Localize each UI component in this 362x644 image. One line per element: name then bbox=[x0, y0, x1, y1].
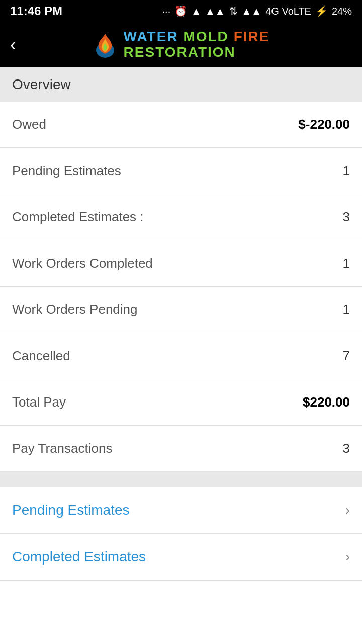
back-button[interactable]: ‹ bbox=[10, 34, 16, 55]
signal-icon: ▲▲ bbox=[205, 6, 225, 17]
status-time: 11:46 PM bbox=[10, 4, 62, 18]
water-text: WATER bbox=[124, 29, 184, 44]
completed-estimates-label: Completed Estimates : bbox=[12, 209, 144, 225]
app-logo: WATER MOLD FIRE RESTORATION bbox=[93, 29, 270, 60]
owed-label: Owed bbox=[12, 117, 46, 132]
logo-line2: RESTORATION bbox=[124, 45, 270, 60]
pending-estimates-label: Pending Estimates bbox=[12, 163, 121, 179]
logo-line1: WATER MOLD FIRE bbox=[124, 29, 270, 45]
pay-transactions-value: 3 bbox=[343, 441, 350, 456]
data-icon: ⇅ bbox=[229, 5, 238, 17]
row-cancelled: Cancelled 7 bbox=[0, 333, 362, 379]
total-pay-label: Total Pay bbox=[12, 394, 66, 410]
app-header: ‹ WATER MOLD FIRE RESTORATION bbox=[0, 22, 362, 67]
work-orders-pending-label: Work Orders Pending bbox=[12, 302, 138, 317]
mold-text: MOLD bbox=[183, 29, 233, 44]
logo-text: WATER MOLD FIRE RESTORATION bbox=[124, 29, 270, 60]
lightning-icon: ⚡ bbox=[315, 5, 328, 17]
cancelled-label: Cancelled bbox=[12, 348, 70, 364]
work-orders-completed-value: 1 bbox=[343, 256, 350, 271]
work-orders-completed-label: Work Orders Completed bbox=[12, 256, 153, 271]
dots-icon: ··· bbox=[162, 6, 171, 17]
row-completed-estimates: Completed Estimates : 3 bbox=[0, 194, 362, 240]
pending-estimates-value: 1 bbox=[343, 163, 350, 179]
row-owed: Owed $-220.00 bbox=[0, 102, 362, 148]
status-icons: ··· ⏰ ▲ ▲▲ ⇅ ▲▲ 4G VoLTE ⚡ 24% bbox=[162, 5, 352, 17]
overview-rows: Owed $-220.00 Pending Estimates 1 Comple… bbox=[0, 102, 362, 472]
wifi-icon: ▲ bbox=[191, 6, 201, 17]
total-pay-value: $220.00 bbox=[303, 394, 350, 410]
owed-value: $-220.00 bbox=[298, 117, 350, 132]
work-orders-pending-value: 1 bbox=[343, 302, 350, 317]
row-pending-estimates: Pending Estimates 1 bbox=[0, 148, 362, 194]
row-work-orders-pending: Work Orders Pending 1 bbox=[0, 287, 362, 333]
signal2-icon: ▲▲ bbox=[242, 6, 262, 17]
battery-label: 24% bbox=[332, 6, 352, 17]
fire-text: FIRE bbox=[234, 29, 270, 44]
pay-transactions-label: Pay Transactions bbox=[12, 441, 112, 456]
nav-completed-estimates-label: Completed Estimates bbox=[12, 549, 146, 565]
completed-estimates-value: 3 bbox=[343, 209, 350, 225]
row-pay-transactions: Pay Transactions 3 bbox=[0, 426, 362, 472]
status-bar: 11:46 PM ··· ⏰ ▲ ▲▲ ⇅ ▲▲ 4G VoLTE ⚡ 24% bbox=[0, 0, 362, 22]
nav-pending-estimates-label: Pending Estimates bbox=[12, 502, 129, 518]
logo-flame-icon bbox=[93, 31, 118, 59]
cancelled-value: 7 bbox=[343, 348, 350, 364]
nav-pending-estimates[interactable]: Pending Estimates › bbox=[0, 487, 362, 534]
row-work-orders-completed: Work Orders Completed 1 bbox=[0, 240, 362, 287]
alarm-icon: ⏰ bbox=[174, 5, 187, 17]
nav-pending-estimates-chevron: › bbox=[345, 502, 350, 518]
section-divider bbox=[0, 472, 362, 487]
nav-completed-estimates-chevron: › bbox=[345, 549, 350, 565]
nav-completed-estimates[interactable]: Completed Estimates › bbox=[0, 534, 362, 581]
network-label: 4G VoLTE bbox=[265, 6, 311, 17]
overview-section-header: Overview bbox=[0, 67, 362, 102]
row-total-pay: Total Pay $220.00 bbox=[0, 379, 362, 426]
